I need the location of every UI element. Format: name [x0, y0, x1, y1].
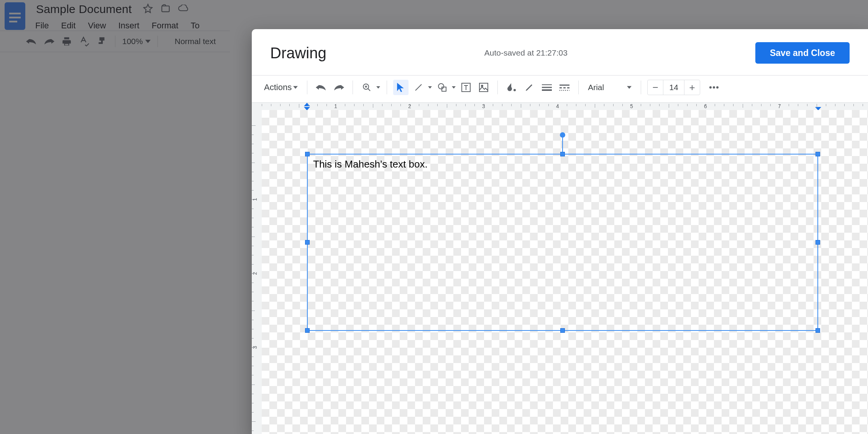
- font-size-value[interactable]: 14: [663, 80, 684, 95]
- image-tool[interactable]: [476, 80, 491, 95]
- shape-tool[interactable]: [435, 80, 456, 95]
- actions-menu[interactable]: Actions: [261, 80, 301, 95]
- line-icon: [411, 80, 426, 95]
- zoom-tool[interactable]: [359, 80, 381, 95]
- dialog-title: Drawing: [270, 44, 327, 62]
- svg-point-19: [713, 86, 715, 89]
- divider: [387, 81, 387, 94]
- rotation-handle[interactable]: [560, 132, 565, 138]
- border-dash-icon[interactable]: [557, 80, 572, 95]
- chevron-down-icon: [627, 85, 632, 90]
- save-and-close-button[interactable]: Save and Close: [755, 42, 850, 64]
- actions-label: Actions: [264, 82, 292, 92]
- textbox-content[interactable]: This is Mahesh’s text box.: [308, 155, 817, 330]
- fill-color-icon[interactable]: [504, 80, 519, 95]
- dialog-header: Drawing Auto-saved at 21:27:03 Save and …: [252, 29, 868, 75]
- more-options-icon[interactable]: [706, 80, 722, 95]
- divider: [641, 81, 641, 94]
- svg-point-11: [514, 89, 516, 91]
- line-tool[interactable]: [411, 80, 432, 95]
- font-size-increase[interactable]: +: [684, 80, 700, 95]
- svg-rect-7: [442, 87, 446, 91]
- vertical-ruler[interactable]: 123: [252, 110, 262, 434]
- divider: [307, 81, 307, 94]
- font-family-select[interactable]: Arial: [585, 83, 635, 92]
- svg-point-18: [709, 86, 712, 89]
- resize-handle-tl[interactable]: [305, 152, 310, 156]
- svg-point-10: [481, 85, 483, 87]
- select-tool[interactable]: [393, 80, 409, 95]
- resize-handle-bl[interactable]: [305, 328, 310, 333]
- chevron-down-icon: [376, 86, 381, 89]
- resize-handle-bm[interactable]: [560, 328, 565, 333]
- resize-handle-ml[interactable]: [305, 240, 310, 245]
- resize-handle-tr[interactable]: [815, 152, 820, 156]
- chevron-down-icon: [451, 86, 456, 89]
- border-weight-icon[interactable]: [539, 80, 555, 95]
- border-color-icon[interactable]: [522, 80, 537, 95]
- svg-point-20: [716, 86, 719, 89]
- redo-icon[interactable]: [331, 80, 346, 95]
- undo-icon[interactable]: [313, 80, 329, 95]
- resize-handle-mr[interactable]: [815, 240, 820, 245]
- font-size-decrease[interactable]: −: [648, 80, 663, 95]
- textbox-tool[interactable]: [458, 80, 474, 95]
- zoom-icon: [359, 80, 374, 95]
- font-name: Arial: [588, 83, 604, 92]
- divider: [353, 81, 353, 94]
- shape-icon: [435, 80, 450, 95]
- drawing-canvas[interactable]: This is Mahesh’s text box.: [262, 110, 868, 434]
- font-size-stepper: − 14 +: [647, 80, 700, 95]
- divider: [497, 81, 498, 94]
- chevron-down-icon: [428, 86, 432, 89]
- drawing-toolbar: Actions: [252, 76, 868, 99]
- autosave-status: Auto-saved at 21:27:03: [484, 48, 568, 58]
- drawing-dialog: Drawing Auto-saved at 21:27:03 Save and …: [252, 29, 868, 434]
- resize-handle-br[interactable]: [815, 328, 820, 333]
- svg-rect-9: [479, 83, 488, 92]
- divider: [578, 81, 579, 94]
- resize-handle-tm[interactable]: [560, 152, 565, 156]
- selected-textbox[interactable]: This is Mahesh’s text box.: [307, 154, 818, 331]
- horizontal-ruler[interactable]: 1234567: [252, 102, 868, 110]
- svg-point-6: [438, 84, 444, 89]
